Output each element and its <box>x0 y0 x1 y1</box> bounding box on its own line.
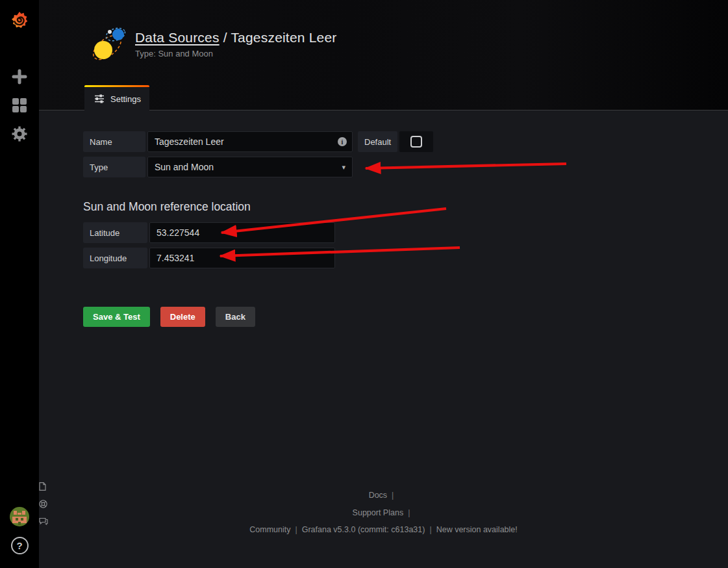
sidebar: ? <box>0 0 39 568</box>
latitude-label: Latitude <box>83 222 147 243</box>
life-ring-icon <box>39 500 47 508</box>
type-select-value: Sun and Moon <box>155 162 214 172</box>
button-row: Save & Test Delete Back <box>83 307 255 327</box>
default-group: Default <box>358 131 433 152</box>
sliders-icon <box>94 94 105 103</box>
grafana-logo-icon <box>8 10 31 32</box>
latitude-input[interactable] <box>149 222 335 243</box>
document-icon <box>39 482 46 491</box>
footer-separator: | <box>392 491 394 500</box>
name-label: Name <box>83 131 145 152</box>
annotation-arrow-type <box>366 164 566 168</box>
type-row: Type Sun and Moon ▾ <box>83 157 353 177</box>
user-avatar <box>10 507 29 526</box>
chevron-down-icon: ▾ <box>342 163 345 172</box>
default-label: Default <box>358 131 397 152</box>
sidebar-bottom: ? <box>0 502 39 560</box>
footer: Docs| Support Plans| Community|Grafana v… <box>39 482 728 534</box>
longitude-label: Longitude <box>83 248 147 268</box>
breadcrumb-datasources-link[interactable]: Data Sources <box>135 30 220 45</box>
footer-community-label: Community <box>249 525 290 534</box>
footer-version: Grafana v5.3.0 (commit: c613a31) <box>302 525 425 534</box>
longitude-row: Longitude <box>83 248 335 268</box>
tab-settings-label: Settings <box>110 94 141 104</box>
tab-settings[interactable]: Settings <box>84 87 149 110</box>
grafana-logo[interactable] <box>0 6 39 35</box>
delete-button[interactable]: Delete <box>160 307 205 327</box>
gear-icon <box>11 125 28 142</box>
page-title: Data Sources / Tageszeiten Leer <box>135 30 337 45</box>
page-subtitle: Type: Sun and Moon <box>135 49 337 58</box>
sidebar-nav <box>0 62 39 148</box>
info-icon[interactable]: i <box>338 137 347 146</box>
default-checkbox-well[interactable] <box>399 131 433 152</box>
back-button[interactable]: Back <box>216 307 255 327</box>
footer-separator: | <box>408 508 410 517</box>
footer-support-link[interactable]: Support Plans <box>39 500 728 517</box>
name-input[interactable] <box>147 131 353 152</box>
footer-separator: | <box>429 525 431 534</box>
sidebar-item-create[interactable] <box>0 62 39 91</box>
default-checkbox[interactable] <box>410 136 422 148</box>
footer-docs-label: Docs <box>369 491 387 500</box>
longitude-input[interactable] <box>149 248 335 268</box>
datasource-name-title: Tageszeiten Leer <box>231 30 336 45</box>
footer-separator: | <box>295 525 297 534</box>
sidebar-item-configuration[interactable] <box>0 120 39 148</box>
help-icon: ? <box>11 537 29 554</box>
type-label: Type <box>83 157 145 177</box>
sidebar-item-dashboards[interactable] <box>0 91 39 120</box>
save-and-test-button[interactable]: Save & Test <box>83 307 150 327</box>
footer-docs-link[interactable]: Docs <box>39 482 728 500</box>
footer-support-label: Support Plans <box>353 508 404 517</box>
name-input-wrap: i <box>147 131 353 152</box>
sidebar-item-help[interactable]: ? <box>0 531 39 560</box>
reference-location-heading: Sun and Moon reference location <box>83 200 251 214</box>
breadcrumb-separator: / <box>223 30 227 45</box>
title-block: Data Sources / Tageszeiten Leer Type: Su… <box>135 30 337 58</box>
footer-new-version-link[interactable]: New version available! <box>436 525 518 534</box>
plus-icon <box>12 69 27 84</box>
page-heading: Data Sources / Tageszeiten Leer Type: Su… <box>91 26 337 62</box>
help-glyph: ? <box>16 540 22 551</box>
grafana-datasource-page: ? Data Sources / Tageszeiten Leer Type: … <box>0 0 728 568</box>
latitude-row: Latitude <box>83 222 335 243</box>
sun-and-moon-icon <box>91 26 126 62</box>
grid-icon <box>12 97 27 113</box>
name-row: Name i Default <box>83 131 433 152</box>
sidebar-item-profile[interactable] <box>0 502 39 531</box>
page-header: Data Sources / Tageszeiten Leer Type: Su… <box>39 0 728 110</box>
comments-icon <box>39 517 48 525</box>
type-select[interactable]: Sun and Moon ▾ <box>147 157 353 177</box>
